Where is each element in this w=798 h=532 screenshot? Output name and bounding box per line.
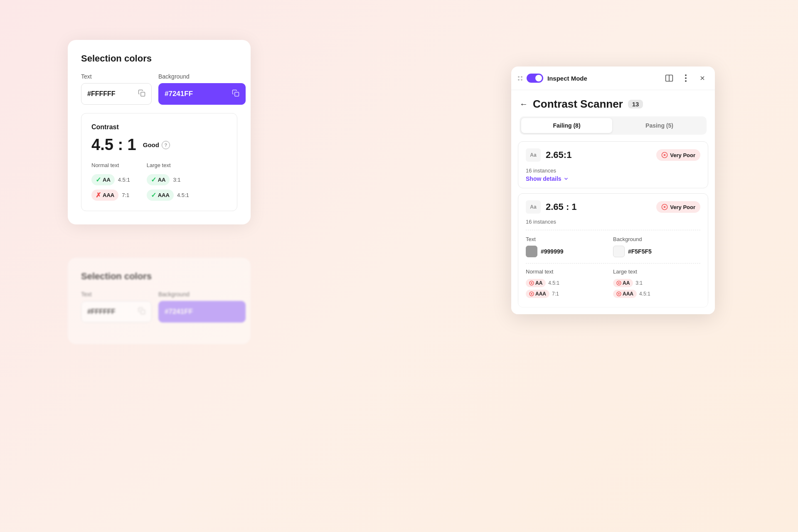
bg-copy-icon[interactable] bbox=[232, 89, 239, 99]
inspect-mode-label: Inspect Mode bbox=[547, 75, 587, 82]
card-1-rating-text: Very Poor bbox=[670, 152, 695, 158]
svg-point-5 bbox=[685, 74, 687, 76]
ghost-color-inputs: Text #FFFFFF Background #7241FF bbox=[81, 291, 237, 323]
normal-aaa-detail-ratio: 7:1 bbox=[552, 291, 559, 297]
text-color-input[interactable]: #FFFFFF bbox=[81, 83, 152, 105]
ghost-bg-label: Background bbox=[158, 291, 246, 298]
tab-passing[interactable]: Pasing (5) bbox=[614, 118, 705, 133]
large-aaa-fail-badge: AAA bbox=[613, 290, 637, 298]
text-swatch-row: #999999 bbox=[526, 246, 613, 257]
large-aa-badge: ✓ AA bbox=[147, 174, 170, 185]
help-icon[interactable]: ? bbox=[162, 141, 170, 149]
show-details-button[interactable]: Show details bbox=[518, 174, 576, 188]
large-aa-fail-badge: AA bbox=[613, 279, 633, 287]
contrast-box: Contrast 4.5 : 1 Good ? Normal text ✓ AA… bbox=[81, 113, 237, 211]
large-aa-detail-row: AA 3:1 bbox=[613, 279, 700, 287]
scanner-header: ← Contrast Scanner 13 bbox=[511, 90, 715, 116]
large-aa-ratio: 3:1 bbox=[173, 177, 180, 183]
normal-aa-detail-ratio: 4.5:1 bbox=[548, 280, 559, 286]
ghost-bg-value: #7241FF bbox=[165, 308, 193, 316]
contrast-card-2: Aa 2.65 : 1 Very Poor 16 instances Text bbox=[518, 193, 708, 308]
contrast-cards-list: Aa 2.65:1 Very Poor 16 instances Show de… bbox=[511, 141, 715, 314]
scanner-count-badge: 13 bbox=[628, 100, 643, 108]
large-aaa-badge: ✓ AAA bbox=[147, 190, 174, 201]
selection-colors-panel-top: Selection colors Text #FFFFFF Background… bbox=[68, 40, 251, 224]
toggle-knob bbox=[535, 75, 542, 81]
text-type-cols: Normal text ✓ AA 4.5:1 ✗ AAA 7:1 bbox=[91, 162, 227, 201]
good-badge: Good ? bbox=[143, 141, 170, 149]
ghost-bg-input: #7241FF bbox=[158, 301, 246, 323]
contrast-ratio-value: 4.5 : 1 bbox=[91, 136, 136, 154]
svg-rect-2 bbox=[141, 310, 145, 314]
card-2-rating-badge: Very Poor bbox=[656, 201, 700, 213]
contrast-label: Contrast bbox=[91, 123, 227, 131]
card-2-ratio: 2.65 : 1 bbox=[546, 202, 577, 212]
large-text-detail-heading: Large text bbox=[613, 268, 700, 275]
text-color-value: #FFFFFF bbox=[87, 90, 116, 98]
topbar-left: Inspect Mode bbox=[518, 74, 587, 83]
text-color-detail: Text #999999 bbox=[526, 236, 613, 257]
bg-detail-label: Background bbox=[613, 236, 700, 242]
panel-title-top: Selection colors bbox=[81, 53, 237, 64]
bg-color-value: #7241FF bbox=[165, 90, 193, 98]
panel-topbar: Inspect Mode bbox=[511, 66, 715, 90]
topbar-right bbox=[663, 72, 708, 84]
large-text-col: Large text ✓ AA 3:1 ✓ AAA 4.5:1 bbox=[147, 162, 189, 201]
svg-point-7 bbox=[685, 80, 687, 82]
svg-rect-0 bbox=[141, 92, 145, 96]
check-icon-normal-aa: ✓ bbox=[96, 176, 101, 184]
check-icon-large-aa: ✓ bbox=[151, 176, 156, 184]
bg-swatch-row: #F5F5F5 bbox=[613, 246, 700, 257]
contrast-ratio-row: 4.5 : 1 Good ? bbox=[91, 136, 227, 154]
contrast-scanner-panel: Inspect Mode bbox=[511, 66, 715, 314]
normal-text-detail-col: Normal text AA 4.5:1 bbox=[526, 268, 613, 300]
bg-color-detail: Background #F5F5F5 bbox=[613, 236, 700, 257]
ghost-bg-group: Background #7241FF bbox=[158, 291, 246, 323]
ghost-text-label: Text bbox=[81, 291, 152, 298]
large-aa-row: ✓ AA 3:1 bbox=[147, 174, 189, 185]
tab-failing[interactable]: Failing (8) bbox=[521, 118, 612, 133]
text-copy-icon[interactable] bbox=[138, 89, 145, 99]
drag-dot bbox=[521, 76, 522, 78]
card-1-rating-badge: Very Poor bbox=[656, 149, 700, 161]
back-button[interactable]: ← bbox=[520, 99, 528, 109]
card-2-instances: 16 instances bbox=[518, 218, 708, 230]
drag-dot bbox=[518, 76, 520, 78]
svg-rect-1 bbox=[235, 92, 239, 96]
more-options-icon[interactable] bbox=[680, 72, 692, 84]
large-aaa-ratio: 4.5:1 bbox=[177, 192, 189, 198]
panel-title-bottom: Selection colors bbox=[81, 271, 237, 282]
color-detail-row: Text #999999 Background #F5F5F5 bbox=[518, 230, 708, 263]
large-text-heading: Large text bbox=[147, 162, 189, 168]
text-color-swatch bbox=[526, 246, 537, 257]
bg-hex-value: #F5F5F5 bbox=[628, 248, 652, 255]
text-color-group: Text #FFFFFF bbox=[81, 73, 152, 105]
bg-color-input[interactable]: #7241FF bbox=[158, 83, 246, 105]
inspect-mode-toggle[interactable] bbox=[527, 74, 543, 83]
bg-color-label: Background bbox=[158, 73, 246, 80]
card-1-header: Aa 2.65:1 Very Poor bbox=[518, 142, 708, 167]
normal-aa-fail-badge: AA bbox=[526, 279, 546, 287]
drag-dot bbox=[521, 79, 522, 81]
selection-colors-panel-bottom: Selection colors Text #FFFFFF Background… bbox=[68, 258, 251, 344]
normal-aa-badge: ✓ AA bbox=[91, 174, 115, 185]
svg-point-6 bbox=[685, 77, 687, 79]
normal-aaa-detail-row: AAA 7:1 bbox=[526, 290, 613, 298]
split-view-icon[interactable] bbox=[663, 72, 675, 84]
contrast-card-1: Aa 2.65:1 Very Poor 16 instances Show de… bbox=[518, 141, 708, 188]
normal-text-heading: Normal text bbox=[91, 162, 130, 168]
drag-handle[interactable] bbox=[518, 76, 522, 81]
ghost-text-value: #FFFFFF bbox=[87, 308, 116, 315]
check-icon-large-aaa: ✓ bbox=[151, 191, 156, 199]
normal-aaa-badge: ✗ AAA bbox=[91, 190, 118, 201]
normal-aaa-row: ✗ AAA 7:1 bbox=[91, 190, 130, 201]
scanner-title: Contrast Scanner bbox=[533, 98, 623, 111]
card-2-aa-preview: Aa bbox=[526, 200, 541, 214]
normal-text-col: Normal text ✓ AA 4.5:1 ✗ AAA 7:1 bbox=[91, 162, 130, 201]
normal-aaa-ratio: 7:1 bbox=[122, 192, 129, 198]
normal-aa-detail-row: AA 4.5:1 bbox=[526, 279, 613, 287]
ghost-copy-icon bbox=[138, 307, 145, 316]
text-hex-value: #999999 bbox=[541, 248, 564, 255]
normal-aa-ratio: 4.5:1 bbox=[118, 177, 130, 183]
close-icon[interactable] bbox=[697, 72, 708, 84]
